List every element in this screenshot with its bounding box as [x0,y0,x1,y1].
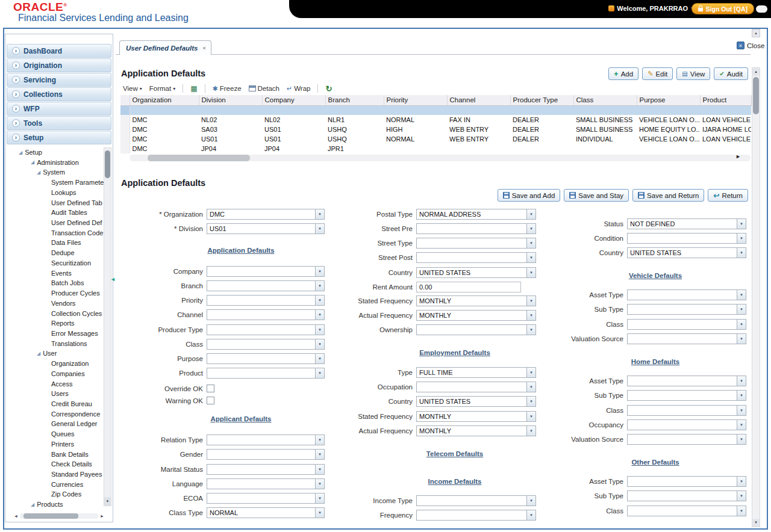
dropdown-arrow-icon[interactable]: ▼ [526,368,535,377]
ownership-select[interactable]: ▼ [416,324,536,335]
grid-column-header-company[interactable]: Company [262,95,325,105]
save-and-add-button[interactable]: Save and Add [498,189,561,202]
tree-item-audit-tables[interactable]: Audit Tables [51,208,87,217]
tree-item-vendors[interactable]: Vendors [51,298,75,308]
dropdown-arrow-icon[interactable]: ▼ [526,426,535,436]
save-and-stay-button[interactable]: Save and Stay [564,189,629,202]
dropdown-arrow-icon[interactable]: ▼ [526,412,535,421]
format-menu-button[interactable]: Format ▾ [149,85,175,92]
override-ok-checkbox[interactable] [207,385,214,392]
grid-column-header-organization[interactable]: Organization [130,95,199,105]
street-post-select[interactable]: ▼ [416,252,536,263]
street-type-select[interactable]: ▼ [416,238,536,249]
tree-item-securitization[interactable]: Securitization [51,258,91,268]
tree-item-system-paramete[interactable]: System Paramete [51,178,104,187]
dropdown-arrow-icon[interactable]: ▼ [526,268,535,277]
sub-type-select[interactable]: ▼ [627,304,746,315]
tree-vertical-scrollbar[interactable]: ▼ [104,147,111,506]
dropdown-arrow-icon[interactable]: ▼ [526,253,535,262]
valuation-source-select[interactable]: ▼ [627,434,746,445]
dropdown-arrow-icon[interactable]: ▼ [315,224,324,234]
status-select[interactable]: NOT DEFINED▼ [627,218,746,229]
grid-column-header-division[interactable]: Division [199,95,262,105]
condition-select[interactable]: ▼ [627,233,746,244]
tree-item-user[interactable]: ◢User [37,348,57,358]
warning-ok-checkbox[interactable] [207,397,214,404]
tree-item-translations[interactable]: Translations [51,339,87,348]
product-select[interactable]: ▼ [207,368,325,379]
dropdown-arrow-icon[interactable]: ▼ [315,479,324,489]
dropdown-arrow-icon[interactable]: ▼ [315,295,324,305]
dropdown-arrow-icon[interactable]: ▼ [737,420,746,430]
tree-item-general-ledger[interactable]: General Ledger [51,419,97,428]
tree-item-transaction-code[interactable]: Transaction Code [51,228,103,238]
tree-item-currencies[interactable]: Currencies [51,480,83,489]
grid-column-header-branch[interactable]: Branch [325,95,384,105]
tree-item-correspondence[interactable]: Correspondence [51,409,100,419]
scrollbar-thumb[interactable] [23,513,78,519]
grid-column-header-purpose[interactable]: Purpose [637,95,700,105]
street-pre-select[interactable]: ▼ [416,223,536,234]
class-type-select[interactable]: NORMAL▼ [207,507,325,518]
dropdown-arrow-icon[interactable]: ▼ [315,281,324,291]
tree-item-user-defined-tab[interactable]: User Defined Tab [51,198,102,208]
dropdown-arrow-icon[interactable]: ▼ [526,496,535,506]
class-select[interactable]: ▼ [627,506,746,516]
return-button[interactable]: ↩ Return [708,189,748,202]
detach-button[interactable]: Detach [249,85,279,92]
dropdown-arrow-icon[interactable]: ▼ [526,296,535,306]
actual-frequency-select[interactable]: MONTHLY▼ [416,425,536,436]
tree-item-data-files[interactable]: Data Files [51,238,81,247]
content-vertical-scrollbar[interactable]: ▲ ▼ [752,67,760,527]
tree-item-queues[interactable]: Queues [51,429,75,439]
company-select[interactable]: ▼ [207,266,325,277]
edit-button[interactable]: ✎ Edit [642,67,673,80]
tree-item-reports[interactable]: Reports [51,318,75,328]
dropdown-arrow-icon[interactable]: ▼ [315,339,324,349]
row-selector-cell[interactable] [120,105,130,115]
dropdown-arrow-icon[interactable]: ▼ [526,382,535,392]
asset-type-select[interactable]: ▼ [627,476,746,487]
stated-frequency-select[interactable]: MONTHLY▼ [416,411,536,422]
dropdown-arrow-icon[interactable]: ▼ [737,491,746,501]
scrollbar-track[interactable] [20,513,98,519]
country-select[interactable]: UNITED STATES▼ [416,267,536,278]
sub-type-select[interactable]: ▼ [627,390,746,401]
tree-item-companies[interactable]: Companies [51,369,85,379]
tab-user-defined-defaults[interactable]: User Defined Defaults × [119,40,211,55]
tree-item-system[interactable]: ◢System [37,167,65,177]
tree-item-access[interactable]: Access [51,379,72,389]
dropdown-arrow-icon[interactable]: ▼ [526,311,535,320]
view-button[interactable]: ▤ View [676,67,710,80]
tree-horizontal-scrollbar[interactable]: ◄ ► [14,512,104,520]
dropdown-arrow-icon[interactable]: ▼ [315,310,324,320]
dropdown-arrow-icon[interactable]: ▼ [315,508,324,518]
tree-item-credit-bureau[interactable]: Credit Bureau [51,399,92,409]
scroll-down-arrow[interactable]: ▼ [752,519,760,527]
relation-type-select[interactable]: ▼ [207,435,325,445]
channel-select[interactable]: ▼ [207,309,325,320]
dropdown-arrow-icon[interactable]: ▼ [315,267,324,276]
audit-button[interactable]: ✔ Audit [714,67,748,80]
view-menu-button[interactable]: View ▾ [123,85,142,92]
wrap-button[interactable]: ↵ Wrap [287,85,311,93]
dropdown-arrow-icon[interactable]: ▼ [737,290,746,300]
class-select[interactable]: ▼ [207,339,325,350]
grid-row-3[interactable]: DMCUS01US01USHQNORMALWEB ENTRYDEALERINDI… [120,134,751,144]
occupation-select[interactable]: ▼ [416,382,536,392]
tree-item-users[interactable]: Users [51,389,69,398]
dropdown-arrow-icon[interactable]: ▼ [737,391,746,400]
occupancy-select[interactable]: ▼ [627,419,746,430]
save-and-return-button[interactable]: Save and Return [632,189,704,202]
row-selector-cell[interactable] [120,115,130,125]
tree-item-user-defined-def[interactable]: User Defined Def [51,218,102,227]
tree-item-setup[interactable]: ◢Setup [19,147,42,157]
sign-out-button[interactable]: Sign Out [QA] [691,3,754,14]
hscroll-right-arrow[interactable]: ► [735,153,741,159]
row-selector-cell[interactable] [120,134,130,144]
freeze-button[interactable]: ✱ Freeze [213,85,242,93]
tree-item-error-messages[interactable]: Error Messages [51,329,98,338]
close-button[interactable]: × Close [737,42,764,49]
grid-column-header-class[interactable]: Class [573,95,637,105]
dropdown-arrow-icon[interactable]: ▼ [737,435,746,444]
